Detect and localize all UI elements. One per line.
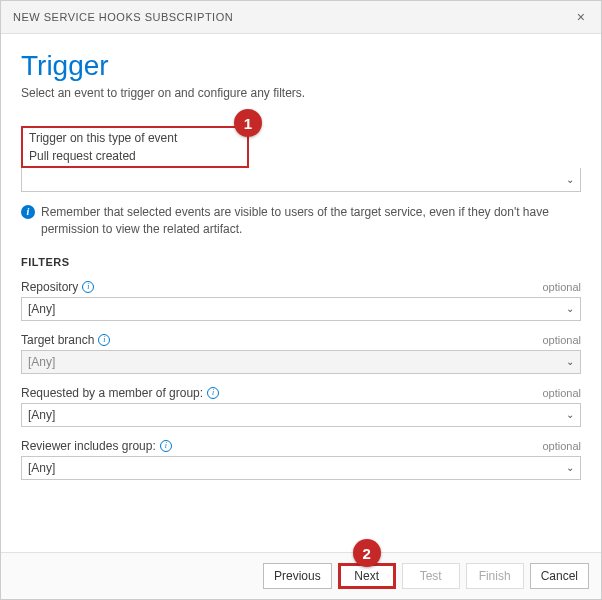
info-message: i Remember that selected events are visi… <box>21 204 581 238</box>
target-branch-select: [Any] ⌄ <box>21 350 581 374</box>
select-value: [Any] <box>28 461 55 475</box>
event-type-select[interactable]: Pull request created <box>23 147 247 166</box>
requested-by-group-select[interactable]: [Any] ⌄ <box>21 403 581 427</box>
previous-button[interactable]: Previous <box>263 563 332 589</box>
chevron-down-icon: ⌄ <box>566 303 574 314</box>
filter-repository: Repository i optional [Any] ⌄ <box>21 280 581 321</box>
info-text: Remember that selected events are visibl… <box>41 204 581 238</box>
event-type-highlight: Trigger on this type of event Pull reque… <box>21 126 249 168</box>
finish-button: Finish <box>466 563 524 589</box>
dialog-title: NEW SERVICE HOOKS SUBSCRIPTION <box>13 11 233 23</box>
cancel-button[interactable]: Cancel <box>530 563 589 589</box>
chevron-down-icon: ⌄ <box>566 174 574 185</box>
test-button: Test <box>402 563 460 589</box>
chevron-down-icon: ⌄ <box>566 462 574 473</box>
filter-label: Requested by a member of group: <box>21 386 203 400</box>
info-icon[interactable]: i <box>207 387 219 399</box>
info-icon[interactable]: i <box>82 281 94 293</box>
select-value: [Any] <box>28 302 55 316</box>
event-type-value: Pull request created <box>29 149 136 163</box>
optional-label: optional <box>542 334 581 346</box>
select-value: [Any] <box>28 408 55 422</box>
titlebar: NEW SERVICE HOOKS SUBSCRIPTION × <box>1 1 601 34</box>
event-type-label: Trigger on this type of event <box>23 128 247 147</box>
filter-label: Target branch <box>21 333 94 347</box>
info-icon: i <box>21 205 35 219</box>
annotation-badge-2: 2 <box>353 539 381 567</box>
close-icon[interactable]: × <box>573 9 589 25</box>
annotation-badge-1: 1 <box>234 109 262 137</box>
repository-select[interactable]: [Any] ⌄ <box>21 297 581 321</box>
page-subtitle: Select an event to trigger on and config… <box>21 86 581 100</box>
dialog-content: Trigger Select an event to trigger on an… <box>1 34 601 552</box>
filter-requested-by-group: Requested by a member of group: i option… <box>21 386 581 427</box>
optional-label: optional <box>542 281 581 293</box>
optional-label: optional <box>542 387 581 399</box>
info-icon[interactable]: i <box>160 440 172 452</box>
reviewer-group-select[interactable]: [Any] ⌄ <box>21 456 581 480</box>
filters-heading: FILTERS <box>21 256 581 268</box>
filter-reviewer-group: Reviewer includes group: i optional [Any… <box>21 439 581 480</box>
chevron-down-icon: ⌄ <box>566 356 574 367</box>
info-icon[interactable]: i <box>98 334 110 346</box>
chevron-down-icon: ⌄ <box>566 409 574 420</box>
event-type-dropdown-extension[interactable]: ⌄ <box>21 168 581 192</box>
dialog-footer: Previous Next 2 Test Finish Cancel <box>1 552 601 599</box>
select-value: [Any] <box>28 355 55 369</box>
filter-target-branch: Target branch i optional [Any] ⌄ <box>21 333 581 374</box>
filter-label: Reviewer includes group: <box>21 439 156 453</box>
filter-label: Repository <box>21 280 78 294</box>
optional-label: optional <box>542 440 581 452</box>
page-title: Trigger <box>21 50 581 82</box>
